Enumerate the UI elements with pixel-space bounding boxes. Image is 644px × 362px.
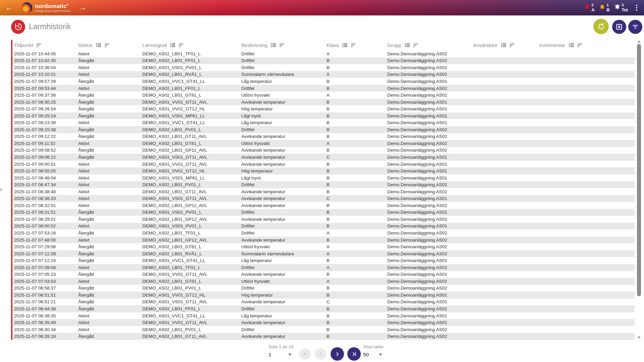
page-title: Larmhistorik <box>29 22 71 31</box>
alarm-badge-b[interactable]: 1B <box>599 3 609 12</box>
previous-page-button[interactable] <box>315 348 326 360</box>
column-filter-icon[interactable] <box>170 43 176 48</box>
cell-status: Återgått <box>77 100 141 105</box>
column-filter-icon[interactable] <box>270 43 276 48</box>
table-row[interactable]: 2025-11-07 06:51:21ÅtergåttDEMO_AS01_VS0… <box>12 299 635 306</box>
table-row[interactable]: 2025-11-07 08:32:51AktivtDEMO_AS02_LB01_… <box>12 202 635 209</box>
table-row[interactable]: 2025-11-07 08:31:51ÅtergåttDEMO_AS01_VS0… <box>12 209 635 216</box>
table-row[interactable]: 2025-11-07 09:30:25ÅtergåttDEMO_AS01_VV0… <box>12 99 635 106</box>
alarm-badge-tot[interactable]: 3Tot <box>614 3 628 12</box>
table-row[interactable]: 2025-11-07 10:42:35ÅtergåttDEMO_AS02_LB0… <box>12 57 635 64</box>
cell-grupp: Demo.Demoanläggning.AS02 <box>386 182 472 187</box>
sidebar-expand-button[interactable]: › <box>0 185 5 194</box>
cell-klass: B <box>325 327 386 332</box>
table-row[interactable]: 2025-11-07 07:05:23ÅtergåttDEMO_AS01_VV0… <box>12 271 635 278</box>
cell-tidpunkt: 2025-11-07 07:48:00 <box>12 238 77 243</box>
cell-grupp: Demo.Demoanläggning.AS02 <box>386 58 472 63</box>
table-row[interactable]: 2025-11-07 09:00:51AktivtDEMO_AS01_VV01_… <box>12 161 635 168</box>
column-sort-icon[interactable] <box>413 43 419 48</box>
cell-status: Aktivt <box>77 72 141 77</box>
table-row[interactable]: 2025-11-07 09:08:52ÅtergåttDEMO_AS02_LB0… <box>12 147 635 154</box>
column-sort-icon[interactable] <box>351 43 357 48</box>
first-page-button[interactable] <box>299 348 311 360</box>
column-filter-icon[interactable] <box>342 43 348 48</box>
table-row[interactable]: 2025-11-07 09:57:29ÅtergåttDEMO_AS01_VVC… <box>12 78 635 85</box>
cell-grupp: Demo.Demoanläggning.AS01 <box>386 313 472 318</box>
column-sort-icon[interactable] <box>577 43 583 48</box>
back-arrow-button[interactable]: ← <box>3 4 15 11</box>
table-row[interactable]: 2025-11-07 09:12:22ÅtergåttDEMO_AS02_LB0… <box>12 133 635 140</box>
table-scrollbar[interactable] <box>636 40 642 340</box>
badge-label: B <box>606 8 609 12</box>
column-sort-icon[interactable] <box>36 43 42 48</box>
table-row[interactable]: 2025-11-07 08:29:51ÅtergåttDEMO_AS02_LB0… <box>12 216 635 223</box>
cell-beskrivning: Driftfel <box>240 306 325 311</box>
table-row[interactable]: 2025-11-07 07:29:56ÅtergåttDEMO_AS02_LB0… <box>12 243 635 250</box>
last-page-button[interactable] <box>347 347 361 361</box>
table-row[interactable]: 2025-11-07 07:53:16ÅtergåttDEMO_AS02_LB0… <box>12 229 635 237</box>
table-row[interactable]: 2025-11-07 08:38:48AktivtDEMO_AS02_LB01_… <box>12 188 635 195</box>
table-row[interactable]: 2025-11-07 07:12:39ÅtergåttDEMO_AS02_LB0… <box>12 250 635 257</box>
nordomatic-logo[interactable]: nordomatic® Change today. Impact tomorro… <box>21 2 71 13</box>
table-row[interactable]: 2025-11-07 09:37:56ÅtergåttDEMO_AS02_LB0… <box>12 92 635 99</box>
column-sort-icon[interactable] <box>279 43 285 48</box>
forward-arrow-button[interactable]: → <box>77 4 89 11</box>
table-row[interactable]: 2025-11-07 09:11:52AktivtDEMO_AS02_LB01_… <box>12 140 635 147</box>
table-row[interactable]: 2025-11-07 09:15:38ÅtergåttDEMO_AS02_LB0… <box>12 126 635 133</box>
cell-grupp: Demo.Demoanläggning.AS01 <box>386 293 472 298</box>
cell-tidpunkt: 2025-11-07 07:29:56 <box>12 244 77 249</box>
table-row[interactable]: 2025-11-07 06:38:35AktivtDEMO_AS01_VVC1_… <box>12 312 635 319</box>
table-row[interactable]: 2025-11-07 06:35:49AktivtDEMO_AS01_VV01_… <box>12 319 635 326</box>
table-row[interactable]: 2025-11-07 09:23:39AktivtDEMO_AS01_VVC1_… <box>12 119 635 126</box>
cell-klass: B <box>325 334 386 339</box>
table-row[interactable]: 2025-11-07 06:28:18ÅtergåttDEMO_AS02_LB0… <box>12 333 635 340</box>
column-filter-icon[interactable] <box>501 43 506 48</box>
table-row[interactable]: 2025-11-07 07:12:24ÅtergåttDEMO_AS01_VVC… <box>12 257 635 264</box>
column-filter-icon[interactable] <box>568 43 574 48</box>
table-row[interactable]: 2025-11-07 08:47:34AktivtDEMO_AS02_LB01_… <box>12 181 635 188</box>
scrollbar-up-arrow-icon[interactable] <box>637 40 641 43</box>
column-sort-icon[interactable] <box>179 43 185 48</box>
cell-beskrivning: Summalarm värmeväxlare <box>240 72 325 77</box>
cell-grupp: Demo.Demoanläggning.AS02 <box>386 141 472 146</box>
table-row[interactable]: 2025-11-07 08:48:04AktivtDEMO_AS01_VS01_… <box>12 174 635 182</box>
cell-larmsignal: DEMO_AS02_LB01_GT81_L <box>141 93 240 98</box>
cell-klass: B <box>325 223 386 228</box>
cell-beskrivning: Avvikande temperatur <box>240 272 325 277</box>
cell-larmsignal: DEMO_AS01_VVC1_GT41_LL <box>141 120 240 125</box>
table-row[interactable]: 2025-11-07 06:58:37ÅtergåttDEMO_AS02_LB0… <box>12 285 635 292</box>
table-row[interactable]: 2025-11-07 06:30:34AktivtDEMO_AS02_LB01_… <box>12 326 635 333</box>
table-row[interactable]: 2025-11-07 10:36:04AktivtDEMO_AS01_VS01_… <box>12 64 635 71</box>
table-row[interactable]: 2025-11-07 09:26:54ÅtergåttDEMO_AS01_VV0… <box>12 105 635 112</box>
table-row[interactable]: 2025-11-07 07:48:00AktivtDEMO_AS02_LB01_… <box>12 237 635 244</box>
scrollbar-down-arrow-icon[interactable] <box>637 337 641 339</box>
scrollbar-thumb[interactable] <box>637 44 641 296</box>
rows-per-page-select[interactable]: 50 <box>363 352 383 358</box>
column-filter-icon[interactable] <box>404 43 410 48</box>
table-row[interactable]: 2025-11-07 08:55:05AktivtDEMO_AS01_VV01_… <box>12 167 635 174</box>
column-sort-icon[interactable] <box>104 43 110 48</box>
column-sort-icon[interactable] <box>509 43 515 48</box>
table-row[interactable]: 2025-11-07 10:10:01AktivtDEMO_AS02_LB01_… <box>12 71 635 78</box>
more-menu-button[interactable] <box>633 3 641 13</box>
cell-grupp: Demo.Demoanläggning.AS02 <box>386 279 472 284</box>
table-row[interactable]: 2025-11-07 10:44:05AktivtDEMO_AS02_LB01_… <box>12 50 635 57</box>
refresh-button[interactable] <box>593 19 609 34</box>
export-button[interactable] <box>612 20 626 34</box>
cell-tidpunkt: 2025-11-07 07:53:16 <box>12 230 77 236</box>
table-row[interactable]: 2025-11-07 08:00:02AktivtDEMO_AS01_VS01_… <box>12 223 635 230</box>
cell-tidpunkt: 2025-11-07 08:47:34 <box>12 182 77 187</box>
table-row[interactable]: 2025-11-07 09:06:22ÅtergåttDEMO_AS01_VS0… <box>12 154 635 161</box>
table-row[interactable]: 2025-11-07 09:25:24ÅtergåttDEMO_AS01_VS0… <box>12 112 635 119</box>
table-row[interactable]: 2025-11-07 09:53:44AktivtDEMO_AS02_LB01_… <box>12 85 635 92</box>
table-row[interactable]: 2025-11-07 06:44:36ÅtergåttDEMO_AS02_LB0… <box>12 305 635 312</box>
filter-button[interactable] <box>628 20 642 34</box>
page-select[interactable]: 1 <box>268 352 293 358</box>
alarm-badge-a[interactable]: 2A <box>584 3 594 12</box>
column-filter-icon[interactable] <box>96 43 101 48</box>
table-row[interactable]: 2025-11-07 07:03:53AktivtDEMO_AS02_LB01_… <box>12 278 635 285</box>
next-page-button[interactable] <box>331 347 344 361</box>
table-row[interactable]: 2025-11-07 07:09:08AktivtDEMO_AS02_LB01_… <box>12 264 635 271</box>
table-row[interactable]: 2025-11-07 06:51:51ÅtergåttDEMO_AS01_VV0… <box>12 292 635 299</box>
table-row[interactable]: 2025-11-07 08:38:33AktivtDEMO_AS01_VS01_… <box>12 195 635 202</box>
